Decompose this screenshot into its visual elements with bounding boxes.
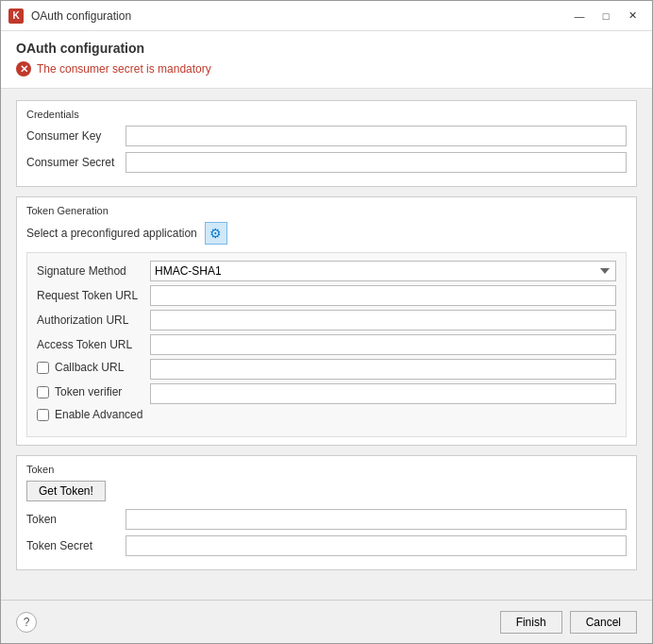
- request-token-url-input[interactable]: [150, 285, 616, 306]
- cancel-button[interactable]: Cancel: [570, 611, 637, 634]
- enable-advanced-checkbox-row: Enable Advanced: [37, 408, 142, 421]
- callback-url-row: Callback URL: [37, 359, 616, 380]
- minimize-button[interactable]: —: [567, 6, 592, 26]
- content-area: Credentials Consumer Key Consumer Secret…: [1, 89, 652, 600]
- footer-buttons: Finish Cancel: [500, 611, 637, 634]
- callback-url-checkbox-row: Callback URL: [37, 361, 150, 374]
- token-verifier-row: Token verifier: [37, 383, 616, 404]
- consumer-key-input[interactable]: [126, 126, 627, 146]
- footer-left: ?: [16, 612, 37, 633]
- callback-url-label: Callback URL: [55, 361, 124, 374]
- token-generation-section: Token Generation Select a preconfigured …: [16, 196, 637, 446]
- callback-url-checkbox[interactable]: [37, 362, 49, 374]
- request-token-url-group: Request Token URL: [37, 285, 616, 306]
- token-generation-label: Token Generation: [26, 205, 627, 216]
- signature-method-label: Signature Method: [37, 264, 150, 278]
- consumer-key-group: Consumer Key: [26, 126, 627, 146]
- enable-advanced-checkbox[interactable]: [37, 409, 49, 421]
- header-section: OAuth configuration ✕ The consumer secre…: [1, 31, 652, 89]
- authorization-url-input[interactable]: [150, 310, 616, 330]
- token-verifier-checkbox[interactable]: [37, 386, 49, 398]
- help-button[interactable]: ?: [16, 612, 37, 633]
- token-section: Token Get Token! Token Token Secret: [16, 455, 637, 570]
- authorization-url-label: Authorization URL: [37, 314, 150, 327]
- enable-advanced-label: Enable Advanced: [55, 408, 142, 421]
- token-input[interactable]: [126, 509, 627, 530]
- error-message-row: ✕ The consumer secret is mandatory: [16, 61, 637, 76]
- access-token-url-input[interactable]: [150, 334, 616, 355]
- authorization-url-group: Authorization URL: [37, 310, 616, 330]
- token-verifier-checkbox-row: Token verifier: [37, 385, 150, 398]
- preconfigured-row: Select a preconfigured application ⚙: [26, 222, 627, 245]
- title-bar-controls: — □ ✕: [567, 6, 645, 26]
- app-icon: K: [8, 8, 24, 24]
- error-text: The consumer secret is mandatory: [37, 62, 211, 76]
- credentials-label: Credentials: [26, 109, 627, 120]
- preconfigured-label: Select a preconfigured application: [26, 227, 197, 240]
- consumer-key-label: Consumer Key: [26, 129, 126, 143]
- window-title: OAuth configuration: [31, 9, 567, 23]
- token-secret-group: Token Secret: [26, 535, 627, 556]
- token-section-label: Token: [26, 464, 627, 475]
- consumer-secret-label: Consumer Secret: [26, 156, 126, 169]
- token-verifier-input[interactable]: [150, 383, 616, 404]
- consumer-secret-input[interactable]: [126, 152, 627, 173]
- signature-method-select[interactable]: HMAC-SHA1 RSA-SHA1 PLAINTEXT: [150, 261, 616, 281]
- maximize-button[interactable]: □: [594, 6, 618, 26]
- consumer-secret-group: Consumer Secret: [26, 152, 627, 173]
- close-button[interactable]: ✕: [620, 6, 645, 26]
- signature-method-group: Signature Method HMAC-SHA1 RSA-SHA1 PLAI…: [37, 261, 616, 281]
- token-group: Token: [26, 509, 627, 530]
- title-bar: K OAuth configuration — □ ✕: [1, 1, 652, 31]
- token-secret-input[interactable]: [126, 535, 627, 556]
- window: K OAuth configuration — □ ✕ OAuth config…: [0, 0, 653, 644]
- inner-form: Signature Method HMAC-SHA1 RSA-SHA1 PLAI…: [26, 252, 627, 437]
- enable-advanced-row: Enable Advanced: [37, 408, 616, 425]
- credentials-section: Credentials Consumer Key Consumer Secret: [16, 100, 637, 187]
- callback-url-input[interactable]: [150, 359, 616, 380]
- token-verifier-label: Token verifier: [55, 385, 122, 398]
- finish-button[interactable]: Finish: [500, 611, 562, 634]
- access-token-url-group: Access Token URL: [37, 334, 616, 355]
- access-token-url-label: Access Token URL: [37, 338, 150, 351]
- token-label: Token: [26, 513, 126, 526]
- dialog-title: OAuth configuration: [16, 41, 637, 56]
- token-secret-label: Token Secret: [26, 539, 126, 552]
- gear-button[interactable]: ⚙: [205, 222, 227, 245]
- get-token-button[interactable]: Get Token!: [26, 481, 106, 501]
- request-token-url-label: Request Token URL: [37, 289, 150, 302]
- error-icon: ✕: [16, 61, 31, 76]
- footer: ? Finish Cancel: [1, 600, 652, 643]
- gear-icon: ⚙: [209, 226, 222, 241]
